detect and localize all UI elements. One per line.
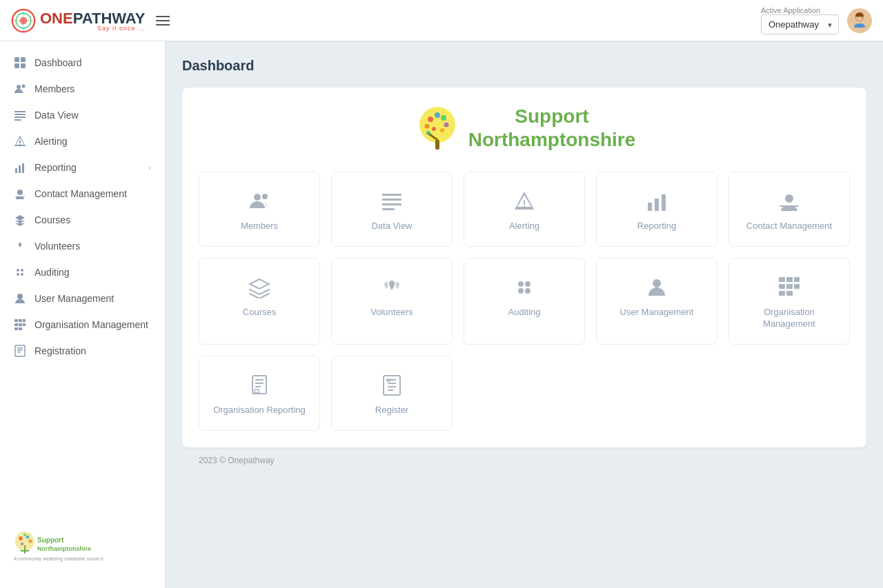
tile-members-icon	[247, 189, 272, 214]
svg-rect-74	[648, 203, 652, 211]
svg-point-77	[785, 194, 793, 203]
svg-point-80	[525, 281, 530, 287]
svg-rect-72	[524, 200, 525, 205]
tiles-grid: Members Data View Alerting	[199, 172, 850, 431]
sidebar-label-alerting: Alerting	[34, 136, 67, 147]
hamburger-menu[interactable]	[156, 16, 170, 26]
sidebar-item-courses[interactable]: Courses	[0, 207, 165, 233]
sidebar-label-contact-management: Contact Management	[34, 188, 127, 199]
svg-point-59	[424, 124, 429, 129]
svg-point-15	[22, 85, 26, 88]
tile-register[interactable]: Register	[331, 356, 453, 431]
support-logo-header: Support Northamptonshire	[199, 104, 850, 155]
avatar[interactable]	[847, 8, 872, 33]
sidebar-item-registration[interactable]: Registration	[0, 338, 165, 364]
svg-rect-75	[655, 199, 659, 211]
svg-rect-42	[17, 349, 23, 351]
tile-alerting[interactable]: Alerting	[464, 172, 585, 247]
org-management-icon	[14, 318, 26, 331]
sidebar-label-volunteers: Volunteers	[34, 241, 80, 252]
svg-point-81	[518, 288, 524, 294]
tile-reporting[interactable]: Reporting	[596, 172, 717, 247]
svg-rect-68	[382, 194, 401, 196]
contact-icon	[14, 187, 26, 200]
sidebar-item-user-management[interactable]: User Management	[0, 285, 165, 312]
svg-rect-12	[14, 63, 19, 68]
svg-rect-18	[14, 116, 26, 118]
footer-year: 2023	[199, 456, 217, 465]
sidebar-item-auditing[interactable]: Auditing	[0, 259, 165, 285]
svg-rect-23	[19, 165, 21, 173]
svg-rect-33	[19, 319, 22, 322]
svg-rect-16	[14, 111, 26, 112]
svg-rect-19	[14, 119, 21, 121]
tile-volunteers-icon	[379, 275, 404, 300]
tile-members[interactable]: Members	[199, 172, 320, 247]
alerting-icon	[14, 135, 26, 148]
footer: 2023 © Onepathway	[182, 447, 866, 474]
svg-rect-91	[786, 291, 793, 296]
svg-rect-35	[14, 323, 18, 326]
sidebar-item-volunteers[interactable]: Volunteers	[0, 233, 165, 259]
tile-volunteers-label: Volunteers	[370, 307, 413, 318]
avatar-icon	[849, 10, 871, 32]
tile-contact-management-label: Contact Management	[746, 221, 832, 232]
svg-point-31	[17, 294, 23, 299]
sidebar-label-user-management: User Management	[34, 293, 114, 304]
sidebar-item-organisation-management[interactable]: Organisation Management	[0, 312, 165, 338]
tile-volunteers[interactable]: Volunteers	[331, 258, 453, 345]
tile-organisation-management[interactable]: Organisation Management	[728, 258, 850, 345]
sidebar-item-reporting[interactable]: Reporting ›	[0, 154, 165, 181]
svg-point-47	[23, 534, 26, 536]
reporting-icon	[14, 161, 26, 174]
tile-org-reporting-label: Organisation Reporting	[213, 405, 306, 416]
svg-point-55	[419, 107, 455, 143]
page-title: Dashboard	[182, 58, 866, 74]
sidebar-item-dashboard[interactable]: Dashboard	[0, 50, 165, 76]
svg-rect-89	[794, 284, 800, 289]
tile-register-label: Register	[375, 405, 408, 416]
tile-courses[interactable]: Courses	[199, 258, 320, 345]
active-app-label: Active Application	[761, 6, 839, 14]
tile-reporting-label: Reporting	[637, 221, 676, 232]
svg-rect-43	[17, 352, 21, 353]
tile-user-management-icon	[644, 275, 669, 300]
tile-user-management[interactable]: User Management	[596, 258, 717, 345]
svg-point-49	[21, 543, 23, 545]
svg-rect-64	[435, 140, 439, 150]
tile-auditing-icon	[512, 275, 537, 300]
svg-point-30	[21, 273, 23, 276]
tile-contact-management[interactable]: Contact Management	[728, 172, 850, 247]
app-select[interactable]: Onepathway	[761, 14, 839, 34]
tile-register-icon	[379, 373, 404, 398]
svg-point-66	[254, 194, 261, 201]
dashboard-card: Support Northamptonshire Members	[182, 88, 866, 447]
svg-point-25	[17, 190, 23, 195]
svg-rect-39	[19, 327, 22, 330]
tile-data-view[interactable]: Data View	[331, 172, 453, 247]
sidebar-label-data-view: Data View	[34, 110, 79, 121]
svg-text:A community wellbeing charitab: A community wellbeing charitable social …	[14, 556, 103, 562]
sidebar-label-reporting: Reporting	[34, 162, 77, 173]
volunteers-icon	[14, 240, 26, 252]
sidebar-item-contact-management[interactable]: Contact Management	[0, 181, 165, 207]
sidebar-item-data-view[interactable]: Data View	[0, 102, 165, 128]
svg-point-73	[524, 206, 526, 208]
svg-point-21	[19, 144, 21, 145]
svg-point-29	[17, 273, 19, 276]
sidebar-label-members: Members	[34, 83, 75, 94]
sidebar: Dashboard Members Data View	[0, 41, 166, 588]
sidebar-item-alerting[interactable]: Alerting	[0, 128, 165, 154]
svg-point-27	[17, 269, 19, 272]
svg-point-79	[518, 281, 524, 287]
sidebar-label-courses: Courses	[34, 214, 70, 225]
svg-text:Northamptonshire: Northamptonshire	[37, 545, 91, 552]
svg-point-14	[17, 85, 21, 89]
sidebar-label-organisation-management: Organisation Management	[34, 319, 148, 330]
svg-text:Support: Support	[37, 536, 64, 544]
sidebar-item-members[interactable]: Members	[0, 76, 165, 102]
logo-icon	[11, 8, 36, 33]
tile-auditing[interactable]: Auditing	[464, 258, 585, 345]
tile-org-reporting[interactable]: Organisation Reporting	[199, 356, 320, 431]
svg-point-45	[19, 536, 23, 540]
